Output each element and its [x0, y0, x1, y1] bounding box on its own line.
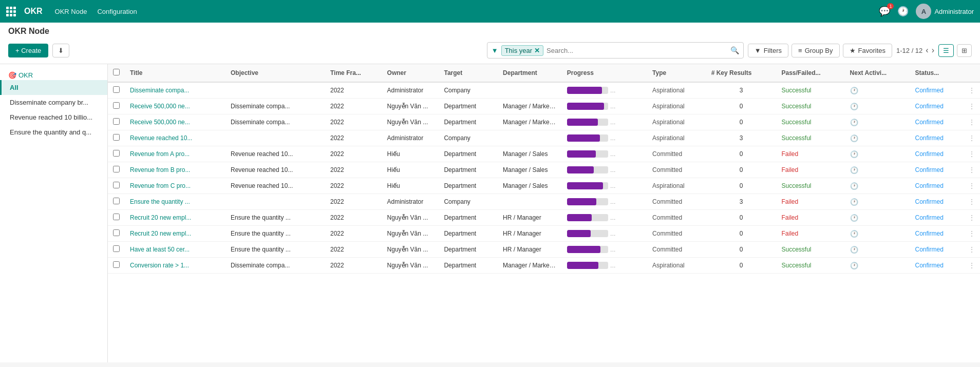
row-next-activity[interactable]: 🕐: [845, 258, 910, 274]
row-title[interactable]: Receive 500,000 ne...: [125, 114, 225, 130]
row-title[interactable]: Revenue reached 10...: [125, 130, 225, 146]
col-header-next-activity[interactable]: Next Activi...: [845, 64, 910, 82]
row-more-actions[interactable]: ⋮: [964, 210, 980, 226]
row-more-actions[interactable]: ⋮: [964, 226, 980, 242]
row-checkbox[interactable]: [113, 229, 120, 236]
row-title[interactable]: Revenue from A pro...: [125, 146, 225, 162]
pagination-next[interactable]: ›: [932, 46, 934, 55]
clock-icon[interactable]: 🕐: [850, 246, 858, 254]
progress-menu[interactable]: …: [610, 183, 616, 189]
row-more-actions[interactable]: ⋮: [964, 99, 980, 114]
select-all-checkbox[interactable]: [113, 69, 120, 75]
col-header-type[interactable]: Type: [647, 64, 706, 82]
col-header-target[interactable]: Target: [439, 64, 498, 82]
col-header-department[interactable]: Department: [498, 64, 562, 82]
row-title[interactable]: Disseminate compa...: [125, 82, 225, 99]
row-more-actions[interactable]: ⋮: [964, 146, 980, 162]
col-header-owner[interactable]: Owner: [382, 64, 439, 82]
row-next-activity[interactable]: 🕐: [845, 99, 910, 114]
col-header-title[interactable]: Title: [125, 64, 225, 82]
menu-configuration[interactable]: Configuration: [97, 8, 137, 15]
row-more-actions[interactable]: ⋮: [964, 194, 980, 210]
row-checkbox[interactable]: [113, 166, 120, 172]
row-checkbox[interactable]: [113, 198, 120, 204]
create-button[interactable]: + Create: [8, 44, 48, 57]
row-more-actions[interactable]: ⋮: [964, 258, 980, 274]
row-title[interactable]: Conversion rate > 1...: [125, 258, 225, 274]
row-next-activity[interactable]: 🕐: [845, 130, 910, 146]
sidebar-item-all[interactable]: All: [0, 80, 107, 95]
col-header-pass-failed[interactable]: Pass/Failed...: [776, 64, 844, 82]
clock-icon-button[interactable]: 🕐: [897, 6, 909, 17]
filters-button[interactable]: ▼ Filters: [748, 44, 788, 57]
progress-menu[interactable]: …: [610, 87, 616, 93]
col-header-keyresults[interactable]: # Key Results: [706, 64, 777, 82]
row-checkbox[interactable]: [113, 102, 120, 109]
row-checkbox[interactable]: [113, 182, 120, 188]
progress-menu[interactable]: …: [610, 199, 616, 205]
row-more-actions[interactable]: ⋮: [964, 130, 980, 146]
pagination-prev[interactable]: ‹: [926, 46, 928, 55]
sidebar-item-ensure[interactable]: Ensure the quantity and q...: [0, 125, 107, 140]
row-more-actions[interactable]: ⋮: [964, 242, 980, 258]
progress-menu[interactable]: …: [610, 246, 616, 253]
progress-menu[interactable]: …: [610, 230, 616, 237]
row-title[interactable]: Ensure the quantity ...: [125, 194, 225, 210]
row-title[interactable]: Receive 500,000 ne...: [125, 99, 225, 114]
row-next-activity[interactable]: 🕐: [845, 114, 910, 130]
row-checkbox[interactable]: [113, 245, 120, 252]
progress-menu[interactable]: …: [610, 167, 616, 173]
progress-menu[interactable]: …: [610, 151, 616, 157]
menu-okr-node[interactable]: OKR Node: [55, 8, 87, 15]
row-title[interactable]: Recruit 20 new empl...: [125, 210, 225, 226]
group-by-button[interactable]: ≡ Group By: [791, 44, 840, 57]
clock-icon[interactable]: 🕐: [850, 119, 858, 126]
row-next-activity[interactable]: 🕐: [845, 146, 910, 162]
row-checkbox[interactable]: [113, 134, 120, 141]
col-header-timeframe[interactable]: Time Fra...: [325, 64, 382, 82]
row-next-activity[interactable]: 🕐: [845, 162, 910, 178]
clock-icon[interactable]: 🕐: [850, 182, 858, 190]
col-header-status[interactable]: Status...: [910, 64, 964, 82]
row-next-activity[interactable]: 🕐: [845, 226, 910, 242]
progress-menu[interactable]: …: [610, 215, 616, 221]
filter-tag-this-year[interactable]: This year ✕: [501, 45, 543, 56]
row-title[interactable]: Revenue from C pro...: [125, 178, 225, 194]
row-more-actions[interactable]: ⋮: [964, 162, 980, 178]
col-header-progress[interactable]: Progress: [562, 64, 647, 82]
app-grid-icon[interactable]: [6, 7, 16, 16]
clock-icon[interactable]: 🕐: [850, 134, 858, 142]
sidebar-item-disseminate[interactable]: Disseminate company br...: [0, 95, 107, 110]
sidebar-item-revenue[interactable]: Revenue reached 10 billio...: [0, 110, 107, 125]
favorites-button[interactable]: ★ Favorites: [843, 44, 892, 57]
clock-icon[interactable]: 🕐: [850, 230, 858, 238]
row-title[interactable]: Recruit 20 new empl...: [125, 226, 225, 242]
download-button[interactable]: ⬇: [52, 44, 69, 57]
chat-icon-button[interactable]: 💬 1: [879, 6, 890, 17]
clock-icon[interactable]: 🕐: [850, 262, 858, 269]
clock-icon[interactable]: 🕐: [850, 198, 858, 206]
row-more-actions[interactable]: ⋮: [964, 114, 980, 130]
row-next-activity[interactable]: 🕐: [845, 242, 910, 258]
clock-icon[interactable]: 🕐: [850, 150, 858, 158]
app-name[interactable]: OKR: [24, 7, 43, 16]
user-avatar-button[interactable]: A Administrator: [916, 4, 974, 19]
progress-menu[interactable]: …: [610, 262, 616, 268]
search-input[interactable]: [546, 47, 727, 54]
clock-icon[interactable]: 🕐: [850, 214, 858, 222]
row-checkbox[interactable]: [113, 118, 120, 125]
clock-icon[interactable]: 🕐: [850, 87, 858, 94]
row-checkbox[interactable]: [113, 86, 120, 93]
row-more-actions[interactable]: ⋮: [964, 178, 980, 194]
row-checkbox[interactable]: [113, 261, 120, 268]
row-title[interactable]: Have at least 50 cer...: [125, 242, 225, 258]
hierarchy-view-button[interactable]: ⊞: [957, 44, 972, 57]
row-checkbox[interactable]: [113, 150, 120, 157]
clock-icon[interactable]: 🕐: [850, 166, 858, 174]
row-more-actions[interactable]: ⋮: [964, 82, 980, 99]
filter-tag-remove[interactable]: ✕: [534, 47, 540, 54]
progress-menu[interactable]: …: [610, 119, 616, 125]
row-next-activity[interactable]: 🕐: [845, 178, 910, 194]
col-header-objective[interactable]: Objective: [225, 64, 325, 82]
row-checkbox[interactable]: [113, 214, 120, 220]
